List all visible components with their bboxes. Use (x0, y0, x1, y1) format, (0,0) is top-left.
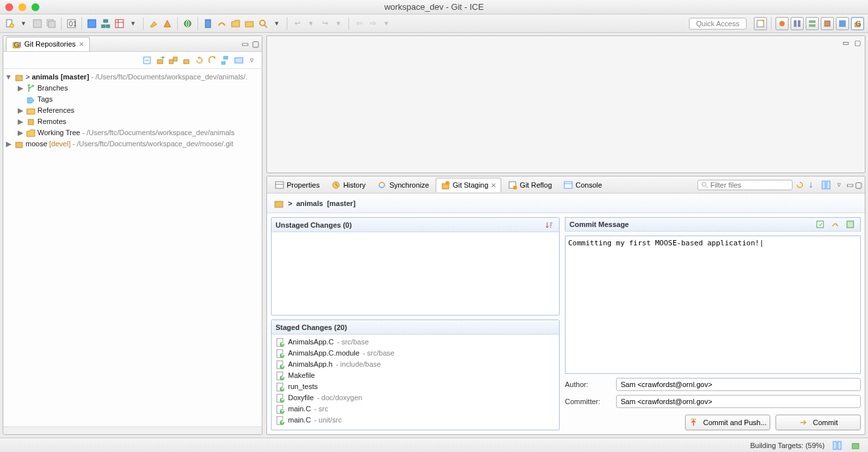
search-icon[interactable] (257, 18, 269, 30)
globe-icon[interactable] (182, 18, 194, 30)
commit-push-button[interactable]: Commit and Push... (685, 415, 770, 430)
perspective-button[interactable] (821, 17, 834, 30)
tab-git-staging[interactable]: Git Staging✕ (436, 178, 501, 192)
save-all-icon[interactable] (45, 18, 57, 30)
tab-git-reflog[interactable]: Git Reflog (503, 178, 557, 192)
filter-files-input[interactable] (697, 180, 793, 190)
tree-node-animals[interactable]: ▼ > animals [master] - /Users/ftc/Docume… (5, 72, 260, 83)
list-item[interactable]: +Doxyfile - doc/doxygen (276, 392, 555, 403)
git-perspective-button[interactable]: GIT (851, 17, 864, 30)
nav-fwd-icon[interactable]: ↪ (319, 18, 331, 30)
chevron-down-icon[interactable]: ▾ (271, 18, 283, 30)
view-menu-icon[interactable]: ▿ (833, 179, 845, 191)
list-item[interactable]: +AnimalsApp.C.module - src/base (276, 348, 555, 359)
expand-icon[interactable]: ▶ (16, 116, 24, 127)
unstaged-list[interactable] (272, 232, 559, 315)
hierarchy-icon[interactable] (220, 54, 232, 66)
list-item[interactable]: +AnimalsApp.h - include/base (276, 359, 555, 370)
open-perspective-button[interactable]: + (754, 17, 767, 30)
chevron-down-icon[interactable]: ▾ (305, 18, 317, 30)
tree-node-tags[interactable]: Tags (5, 94, 260, 105)
tab-synchronize[interactable]: Synchronize (372, 178, 434, 192)
signoff-icon[interactable] (829, 218, 841, 230)
perspective-button[interactable] (806, 17, 819, 30)
tree-node-remotes[interactable]: ▶ Remotes (5, 116, 260, 127)
refresh-icon[interactable] (194, 54, 205, 66)
maximize-icon[interactable]: ▢ (252, 39, 259, 49)
tree-node-moose[interactable]: ▶ moose [devel] - /Users/ftc/Documents/w… (5, 138, 260, 150)
minimize-icon[interactable]: ▭ (241, 39, 249, 49)
staged-list[interactable]: +AnimalsApp.C - src/base+AnimalsApp.C.mo… (272, 335, 559, 430)
list-item[interactable]: +main.C - unit/src (276, 415, 555, 426)
tool-icon[interactable] (161, 18, 173, 30)
gerrit-icon[interactable] (844, 218, 856, 230)
chevron-down-icon[interactable]: ▾ (333, 18, 344, 30)
list-item[interactable]: +main.C - src (276, 403, 555, 415)
add-repo-icon[interactable]: + (154, 54, 166, 66)
svg-point-45 (31, 85, 34, 87)
git-repositories-tab[interactable]: GIT Git Repositories ✕ (6, 37, 90, 51)
amend-icon[interactable] (814, 218, 826, 230)
expand-icon[interactable]: ▶ (16, 127, 24, 138)
quick-access-button[interactable]: Quick Access (689, 18, 747, 30)
list-item[interactable]: +run_tests (276, 381, 555, 392)
chevron-down-icon[interactable]: ▾ (381, 18, 392, 30)
minimize-icon[interactable]: ▭ (846, 180, 854, 190)
maximize-icon[interactable]: ▢ (855, 180, 862, 190)
hierarchy-icon[interactable] (100, 18, 112, 30)
layout-icon[interactable] (86, 18, 98, 30)
close-icon[interactable]: ✕ (491, 182, 496, 189)
refresh-icon[interactable] (794, 179, 806, 191)
sort-icon[interactable] (543, 219, 555, 231)
layout-icon[interactable] (820, 179, 832, 191)
sort-icon[interactable] (807, 179, 819, 191)
save-icon[interactable] (31, 18, 43, 30)
chevron-down-icon[interactable]: ▾ (18, 18, 30, 30)
minimize-icon[interactable]: ▭ (842, 39, 849, 47)
history-icon (331, 180, 341, 190)
expand-icon[interactable]: ▶ (5, 138, 12, 150)
filter-input[interactable] (711, 181, 789, 189)
grid-01-icon[interactable]: 01 (66, 18, 77, 30)
folder-open-icon[interactable] (230, 18, 241, 30)
tree-node-references[interactable]: ▶ References (5, 105, 260, 116)
tab-properties[interactable]: Properties (270, 178, 325, 192)
tool-orange-icon[interactable] (216, 18, 228, 30)
link-icon[interactable] (207, 54, 218, 66)
perspective-button[interactable] (791, 17, 804, 30)
view-menu-icon[interactable]: ▿ (246, 54, 258, 66)
folder-icon[interactable] (243, 18, 255, 30)
chevron-down-icon[interactable]: ▾ (127, 18, 139, 30)
tab-history[interactable]: History (326, 178, 371, 192)
progress-icon[interactable] (831, 440, 843, 451)
list-item[interactable]: +AnimalsApp.C - src/base (276, 337, 555, 348)
back-icon[interactable]: ⇦ (353, 18, 365, 30)
commit-button[interactable]: Commit (775, 415, 861, 430)
list-item[interactable]: +Makefile (276, 370, 555, 381)
expand-icon[interactable]: ▶ (16, 105, 24, 116)
tool-icon[interactable] (148, 18, 159, 30)
perspective-button[interactable] (836, 17, 849, 30)
commit-message-input[interactable] (565, 236, 861, 374)
tree-node-working-tree[interactable]: ▶ Working Tree - /Users/ftc/Documents/wo… (5, 127, 260, 138)
close-icon[interactable]: ✕ (79, 41, 84, 48)
expand-icon[interactable]: ▶ (16, 83, 24, 94)
perspective-button[interactable] (775, 17, 789, 30)
expand-icon[interactable]: ▼ (5, 72, 12, 83)
table-icon[interactable] (114, 18, 125, 30)
horizontal-scrollbar[interactable] (3, 426, 262, 434)
tree-node-branches[interactable]: ▶ Branches (5, 83, 260, 94)
clone-repo-icon[interactable] (167, 54, 179, 66)
tab-console[interactable]: Console (558, 178, 607, 192)
fwd-icon[interactable]: ⇨ (367, 18, 379, 30)
create-repo-icon[interactable] (180, 54, 192, 66)
filter-icon[interactable] (233, 54, 245, 66)
new-icon[interactable] (4, 18, 16, 30)
committer-input[interactable] (616, 395, 861, 408)
nav-back-icon[interactable]: ↩ (291, 18, 303, 30)
maximize-icon[interactable]: ▢ (854, 39, 861, 47)
collapse-all-icon[interactable] (141, 54, 153, 66)
updates-icon[interactable] (850, 440, 861, 451)
tool-blue-icon[interactable] (202, 18, 214, 30)
author-input[interactable] (616, 378, 861, 391)
